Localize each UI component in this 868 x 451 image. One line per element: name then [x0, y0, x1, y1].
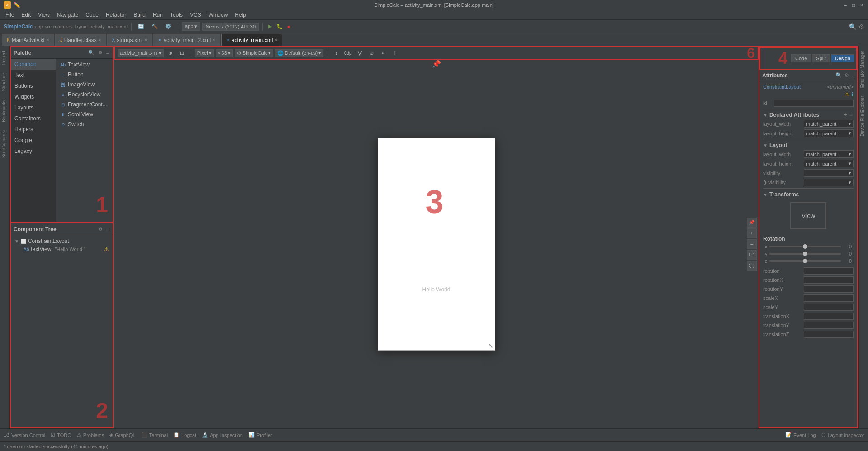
side-tab-bookmarks[interactable]: Bookmarks — [0, 96, 9, 126]
split-tab[interactable]: Split — [812, 54, 830, 62]
constraint-tool-2[interactable]: 0dp — [343, 48, 353, 58]
id-field[interactable] — [774, 100, 854, 107]
menu-build[interactable]: Build — [130, 11, 149, 19]
tab-handler[interactable]: J Handler.class × — [55, 34, 106, 46]
palette-cat-common[interactable]: Common — [11, 59, 56, 70]
event-log-btn[interactable]: 📝 Event Log — [785, 432, 816, 438]
menu-tools[interactable]: Tools — [166, 11, 186, 19]
palette-cat-widgets[interactable]: Widgets — [11, 91, 56, 102]
rotation-z-slider[interactable] — [769, 260, 841, 262]
component-tree-minimize-icon[interactable]: – — [105, 226, 110, 233]
attr-search-icon[interactable]: 🔍 — [835, 72, 842, 78]
grid-btn[interactable]: ⊞ — [177, 48, 187, 58]
scaleX-field[interactable] — [804, 294, 854, 302]
rotation-field[interactable] — [804, 267, 854, 275]
terminal-btn[interactable]: ⬛ Terminal — [141, 432, 168, 438]
logcat-btn[interactable]: 📋 Logcat — [173, 432, 196, 438]
translationX-field[interactable] — [804, 313, 854, 320]
menu-refactor[interactable]: Refactor — [102, 11, 130, 19]
tree-item-constraint-layout[interactable]: ▼ ⬜ ConstraintLayout — [13, 237, 111, 245]
side-tab-structure[interactable]: Structure — [0, 69, 9, 95]
debug-button[interactable]: 🐛 — [275, 23, 285, 30]
side-tab-emulator[interactable]: Emulator Manager — [859, 47, 868, 91]
version-control-btn[interactable]: ⎇ Version Control — [4, 432, 45, 438]
menu-navigate[interactable]: Navigate — [53, 11, 82, 19]
app-dropdown[interactable]: ⚙ SimpleCalc ▾ — [235, 49, 274, 57]
palette-item-switch[interactable]: ⊙ Switch — [57, 119, 112, 129]
declared-layout-width-value[interactable]: match_parent ▾ — [804, 120, 854, 128]
canvas-fit-btn[interactable]: 1:1 — [747, 250, 757, 260]
menu-edit[interactable]: Edit — [18, 11, 34, 19]
rotationX-field[interactable] — [804, 276, 854, 284]
declared-remove-btn[interactable]: – — [849, 112, 854, 118]
canvas-fullscreen-btn[interactable]: ⛶ — [747, 261, 757, 271]
tab-mainactivity-close[interactable]: × — [47, 38, 49, 43]
search-icon[interactable]: 🔍 — [849, 23, 857, 30]
constraint-tool-3[interactable]: ⋁ — [355, 48, 365, 58]
run-button[interactable]: ▶ — [266, 23, 274, 30]
tab-activity2-close[interactable]: × — [213, 38, 215, 43]
view-mode-btn[interactable]: ⊕ — [166, 48, 175, 58]
design-tab[interactable]: Design — [831, 54, 854, 62]
palette-item-button[interactable]: □ Button — [57, 70, 112, 80]
palette-search-icon[interactable]: 🔍 — [87, 49, 95, 57]
attr-settings-icon[interactable]: ⚙ — [844, 72, 849, 78]
layout-width-value[interactable]: match_parent ▾ — [804, 150, 854, 158]
translationZ-field[interactable] — [804, 331, 854, 338]
toolbar-settings-icon[interactable]: ⚙️ — [162, 23, 174, 30]
rotation-x-slider[interactable] — [769, 246, 841, 247]
palette-cat-legacy[interactable]: Legacy — [11, 146, 56, 157]
scaleY-field[interactable] — [804, 304, 854, 311]
palette-cat-google[interactable]: Google — [11, 135, 56, 146]
scale-dropdown[interactable]: ⌖ 33 ▾ — [216, 49, 233, 57]
translationY-field[interactable] — [804, 322, 854, 329]
device-dropdown[interactable]: Nexus 7 (2012) API 30 — [202, 23, 259, 31]
palette-cat-helpers[interactable]: Helpers — [11, 124, 56, 135]
settings-icon[interactable]: ⚙ — [859, 23, 864, 30]
app-inspection-btn[interactable]: 🔬 App Inspection — [202, 432, 243, 438]
palette-item-imageview[interactable]: 🖼 ImageView — [57, 80, 112, 90]
visibility2-value[interactable]: ▾ — [804, 179, 854, 186]
menu-help[interactable]: Help — [231, 11, 250, 19]
visibility-value[interactable]: ▾ — [804, 169, 854, 177]
tab-mainactivity[interactable]: K MainActvity.kt × — [2, 34, 54, 46]
tab-activity-main[interactable]: ✦ activity_main.xml × — [221, 34, 282, 46]
canvas-pin-btn[interactable]: 📌 — [747, 218, 757, 228]
toolbar-sync-icon[interactable]: 🔄 — [135, 23, 147, 30]
palette-settings-icon[interactable]: ⚙ — [97, 49, 104, 57]
tab-activity2[interactable]: ✦ activity_main_2.xml × — [153, 34, 220, 46]
code-tab[interactable]: Code — [791, 54, 811, 62]
graphql-btn[interactable]: ◈ GraphQL — [109, 432, 135, 438]
layout-section-header[interactable]: ▼ Layout — [761, 140, 855, 149]
rotationY-field[interactable] — [804, 285, 854, 293]
side-tab-build-variants[interactable]: Build Variants — [0, 127, 9, 161]
side-tab-device-explorer[interactable]: Device File Explorer — [859, 92, 868, 140]
component-tree-settings-icon[interactable]: ⚙ — [97, 225, 104, 233]
stop-button[interactable]: ■ — [285, 23, 292, 30]
canvas-zoom-out-btn[interactable]: – — [747, 239, 757, 249]
layout-height-value[interactable]: match_parent ▾ — [804, 160, 854, 167]
info-icon[interactable]: ℹ — [851, 91, 854, 98]
maximize-btn[interactable]: □ — [851, 2, 856, 8]
minimize-btn[interactable]: – — [843, 2, 848, 8]
palette-item-recyclerview[interactable]: ≡ RecyclerView — [57, 90, 112, 100]
menu-file[interactable]: File — [2, 11, 18, 19]
palette-cat-layouts[interactable]: Layouts — [11, 102, 56, 113]
menu-view[interactable]: View — [34, 11, 53, 19]
text-tool-btn[interactable]: I — [390, 48, 400, 58]
app-config-dropdown[interactable]: app ▾ — [182, 22, 200, 31]
file-dropdown[interactable]: activity_main.xml ▾ — [118, 49, 164, 57]
palette-item-textview[interactable]: Ab TextView — [57, 60, 112, 70]
palette-item-fragment[interactable]: ⊡ FragmentCont... — [57, 100, 112, 109]
tab-handler-close[interactable]: × — [99, 38, 101, 43]
menu-window[interactable]: Window — [205, 11, 232, 19]
resize-handle[interactable]: ⤡ — [489, 342, 494, 349]
declared-attributes-section[interactable]: ▼ Declared Attributes + – — [761, 110, 855, 119]
tab-strings-close[interactable]: × — [145, 38, 147, 43]
declared-layout-height-value[interactable]: match_parent ▾ — [804, 129, 854, 137]
menu-code[interactable]: Code — [82, 11, 102, 19]
constraint-tool-1[interactable]: ↕ — [331, 48, 341, 58]
transforms-section-header[interactable]: ▼ Transforms — [761, 190, 855, 199]
constraint-tool-4[interactable]: ⊘ — [366, 48, 376, 58]
close-btn[interactable]: × — [859, 2, 864, 8]
